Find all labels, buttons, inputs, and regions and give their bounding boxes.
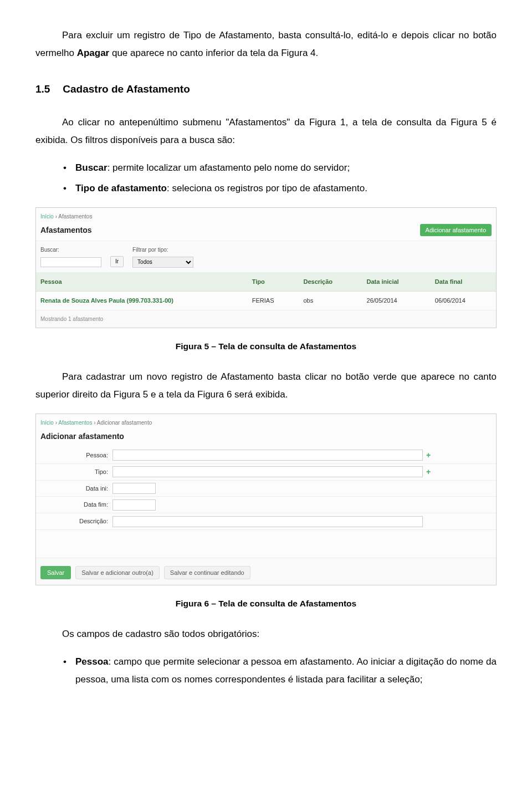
intro-paragraph: Para excluir um registro de Tipo de Afas… — [35, 27, 497, 63]
filter-buscar-group: Buscar: — [40, 244, 101, 268]
filter-bar: Buscar: Ir Filtrar por tipo: Todos — [36, 241, 496, 273]
bullet-buscar-term: Buscar — [75, 162, 108, 173]
breadcrumb-adicionar: Adicionar afastamento — [97, 420, 152, 426]
table-header-row: Pessoa Tipo Descrição Data inicial Data … — [36, 273, 496, 291]
breadcrumb-afastamentos[interactable]: Afastamentos — [58, 420, 92, 426]
form-row-pessoa: Pessoa: + — [36, 447, 496, 464]
bullet-buscar-desc: : permite localizar um afastamento pelo … — [108, 162, 350, 173]
bullet-tipo-desc: : seleciona os registros por tipo de afa… — [167, 183, 367, 193]
th-tipo[interactable]: Tipo — [248, 273, 299, 291]
label-data-ini: Data ini: — [40, 483, 112, 494]
section-heading: 1.5 Cadastro de Afastamento — [35, 79, 497, 99]
th-pessoa[interactable]: Pessoa — [36, 273, 248, 291]
label-pessoa: Pessoa: — [40, 450, 112, 461]
plus-icon[interactable]: + — [426, 451, 431, 459]
afastamentos-table: Pessoa Tipo Descrição Data inicial Data … — [36, 273, 496, 310]
bullet-tipo-term: Tipo de afastamento — [75, 183, 167, 193]
cell-desc: obs — [299, 292, 362, 310]
breadcrumb-afastamentos: Afastamentos — [58, 213, 92, 220]
title-bar: Afastamentos Adicionar afastamento — [36, 222, 496, 241]
bullet-pessoa: Pessoa: campo que permite selecionar a p… — [75, 653, 497, 689]
breadcrumb: Início › Afastamentos — [36, 208, 496, 222]
cadastro-bullet-list: Pessoa: campo que permite selecionar a p… — [35, 653, 497, 689]
search-input[interactable] — [40, 257, 101, 267]
bullet-pessoa-desc: : campo que permite selecionar a pessoa … — [75, 656, 497, 685]
mid-paragraph: Para cadastrar um novo registro de Afast… — [35, 368, 497, 404]
form-row-descricao: Descrição: — [36, 513, 496, 530]
cell-pessoa[interactable]: Renata de Souza Alves Paula (999.703.331… — [36, 292, 248, 310]
filter-tipo-group: Filtrar por tipo: Todos — [132, 244, 193, 268]
filter-bullet-list: Buscar: permite localizar um afastamento… — [35, 159, 497, 197]
intro-bold-apagar: Apagar — [77, 48, 110, 58]
cell-ini: 26/05/2014 — [362, 292, 431, 310]
bullet-pessoa-term: Pessoa — [75, 656, 109, 667]
salvar-button[interactable]: Salvar — [40, 566, 71, 579]
form-actions: Salvar Salvar e adicionar outro(a) Salva… — [36, 558, 496, 585]
th-data-final[interactable]: Data final — [431, 273, 496, 291]
cell-fim: 06/06/2014 — [431, 292, 496, 310]
label-descricao: Descrição: — [40, 516, 112, 527]
plus-icon[interactable]: + — [426, 468, 431, 476]
intro-text-c: que aparece no canto inferior da tela da… — [109, 48, 318, 58]
figure-5-caption: Figura 5 – Tela de consulta de Afastamen… — [35, 338, 497, 354]
breadcrumb-inicio[interactable]: Início — [40, 420, 54, 426]
figure-6-screenshot: Início › Afastamentos › Adicionar afasta… — [35, 414, 497, 585]
table-footer-count: Mostrando 1 afastamento — [36, 310, 496, 328]
filter-ir-group: Ir — [110, 256, 124, 268]
page-title: Afastamentos — [40, 223, 92, 238]
breadcrumb: Início › Afastamentos › Adicionar afasta… — [36, 414, 496, 428]
title-bar: Adicionar afastamento — [36, 428, 496, 447]
figure-5-screenshot: Início › Afastamentos Afastamentos Adici… — [35, 207, 497, 328]
th-descricao[interactable]: Descrição — [299, 273, 362, 291]
descricao-field[interactable] — [112, 516, 423, 527]
pessoa-field[interactable] — [112, 450, 423, 461]
salvar-editar-button[interactable]: Salvar e continuar editando — [164, 566, 250, 579]
label-tipo: Tipo: — [40, 466, 112, 478]
tipo-field[interactable] — [112, 466, 423, 477]
label-data-fim: Data fim: — [40, 499, 112, 511]
cell-tipo: FERIAS — [248, 292, 299, 310]
ir-button[interactable]: Ir — [110, 256, 124, 267]
salvar-outro-button[interactable]: Salvar e adicionar outro(a) — [75, 566, 160, 579]
bullet-tipo: Tipo de afastamento: seleciona os regist… — [75, 180, 497, 197]
breadcrumb-inicio[interactable]: Início — [40, 213, 54, 220]
buscar-label: Buscar: — [40, 244, 101, 255]
figure-6-caption: Figura 6 – Tela de consulta de Afastamen… — [35, 595, 497, 611]
form-row-data-fim: Data fim: — [36, 497, 496, 513]
form-row-data-ini: Data ini: — [36, 481, 496, 497]
filtrar-label: Filtrar por tipo: — [132, 244, 193, 255]
th-data-inicial[interactable]: Data inicial — [362, 273, 431, 291]
table-row[interactable]: Renata de Souza Alves Paula (999.703.331… — [36, 292, 496, 310]
section-number: 1.5 — [35, 79, 60, 99]
end-paragraph: Os campos de cadastro são todos obrigató… — [35, 625, 497, 643]
form-row-tipo: Tipo: + — [36, 464, 496, 481]
page-title: Adicionar afastamento — [40, 429, 124, 444]
filter-tipo-select[interactable]: Todos — [132, 257, 193, 268]
data-ini-field[interactable] — [112, 483, 156, 494]
data-fim-field[interactable] — [112, 499, 156, 511]
section-paragraph: Ao clicar no antepenúltimo submenu "Afas… — [35, 114, 497, 150]
bullet-buscar: Buscar: permite localizar um afastamento… — [75, 159, 497, 177]
add-afastamento-button[interactable]: Adicionar afastamento — [420, 224, 492, 236]
section-title: Cadastro de Afastamento — [63, 83, 190, 95]
